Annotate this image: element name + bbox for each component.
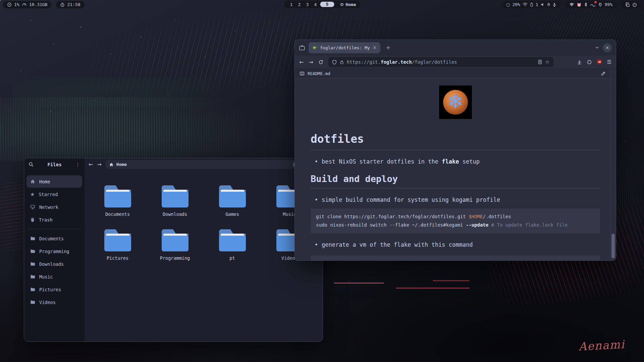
workspace-list: 1 2 3 4 5 <box>288 2 334 7</box>
sidebar-item-starred[interactable]: ★ Starred <box>26 188 82 200</box>
back-button[interactable]: ← <box>299 59 304 65</box>
sidebar-item-documents[interactable]: Documents <box>26 232 82 245</box>
search-icon[interactable] <box>29 162 34 167</box>
grid-item-label: Programming <box>160 255 190 261</box>
files-header: Files ⋮ ← → Home ⋮ <box>24 158 323 171</box>
grid-item-games[interactable]: Games <box>204 185 261 217</box>
menu-icon[interactable]: ☰ <box>607 59 611 65</box>
workspace-1[interactable]: 1 <box>288 2 295 7</box>
readme-view: README.md ❄ dotfiles • best N <box>295 69 610 260</box>
sidebar-item-trash[interactable]: Trash <box>26 214 82 226</box>
url-host: foglar.tech <box>381 59 412 65</box>
readme-title: dotfiles <box>311 132 600 150</box>
folder-icon <box>104 229 131 251</box>
grid-item-programming[interactable]: Programming <box>146 229 204 261</box>
sidebar-item-programming[interactable]: Programming <box>26 245 82 257</box>
power-button-icon[interactable] <box>632 2 637 7</box>
grid-item-pt[interactable]: pt <box>204 229 261 261</box>
sidebar-item-home[interactable]: Home <box>26 175 82 188</box>
sidebar-item-pictures[interactable]: Pictures <box>26 283 82 296</box>
grid-item-downloads[interactable]: Downloads <box>146 185 204 217</box>
firefox-view-icon[interactable] <box>299 45 305 51</box>
url-scheme: https://git. <box>347 59 381 65</box>
path-bar[interactable]: Home ⋮ <box>106 160 300 169</box>
reload-icon[interactable] <box>318 60 323 65</box>
memory-gauge-icon <box>22 2 27 7</box>
battery-icon <box>530 2 533 7</box>
scrollbar-thumb[interactable] <box>611 234 615 258</box>
forward-button[interactable]: → <box>97 161 101 168</box>
sidebar-item-label: Programming <box>39 249 69 254</box>
kbd-battery-value: 1 <box>536 2 538 7</box>
sidebar-item-videos[interactable]: Videos <box>26 296 82 308</box>
sidebar-item-music[interactable]: Music <box>26 270 82 283</box>
downloads-icon[interactable] <box>577 60 582 65</box>
url-bar[interactable]: https://git.foglar.tech/foglar/dotfiles … <box>328 57 553 67</box>
bookmark-star-icon[interactable]: ☆ <box>545 59 549 65</box>
grid-item-pictures[interactable]: Pictures <box>89 229 146 261</box>
clipboard-copy-icon[interactable] <box>625 2 630 7</box>
tab-close-icon[interactable]: × <box>373 45 377 51</box>
volume-value: 0 <box>547 2 550 7</box>
files-grid: Documents Downloads Games Music Pictures <box>85 171 323 342</box>
wifi-icon <box>523 2 528 7</box>
readme-bullet: • simple build command for system using … <box>315 196 600 203</box>
top-bar-center: 1 2 3 4 5 ⚙ Home <box>284 1 360 8</box>
sidebar-item-label: Pictures <box>39 287 61 292</box>
ublock-origin-icon[interactable]: uB <box>597 59 602 65</box>
sidebar-item-label: Documents <box>39 236 64 241</box>
sidebar-item-downloads[interactable]: Downloads <box>26 258 82 270</box>
bluetooth-icon <box>584 2 588 7</box>
readme-header: README.md <box>295 69 610 78</box>
sidebar-item-label: Starred <box>39 192 58 197</box>
tab-list-chevron-icon[interactable] <box>595 45 599 50</box>
sidebar-item-label: Network <box>39 204 58 210</box>
forward-button[interactable]: → <box>309 59 313 65</box>
tracking-shield-icon <box>332 60 337 65</box>
sidebar-separator <box>28 229 81 229</box>
workspace-2[interactable]: 2 <box>296 2 303 7</box>
grid-item-documents[interactable]: Documents <box>89 185 146 217</box>
url-path: /foglar/dotfiles <box>412 59 457 65</box>
cpu-usage: 1% <box>14 2 19 7</box>
code-block-build[interactable]: git clone https://git.foglar.tech/foglar… <box>311 208 600 233</box>
files-body: Home ★ Starred Network <box>24 171 323 342</box>
gitea-favicon <box>312 45 317 50</box>
folder-icon <box>30 275 35 279</box>
clock-widget[interactable]: 21:58 <box>56 1 84 8</box>
scrollbar[interactable] <box>610 69 616 260</box>
window-close-button[interactable]: × <box>603 43 612 52</box>
system-stats-widget[interactable]: 1% 10.31GB <box>3 1 51 8</box>
workspace-5-active[interactable]: 5 <box>320 2 334 7</box>
folder-icon <box>30 236 35 241</box>
readme-filename: README.md <box>308 71 330 76</box>
home-icon <box>109 162 114 167</box>
wallpaper-layer <box>13 77 221 107</box>
folder-icon <box>219 185 246 207</box>
sidebar-item-network[interactable]: Network <box>26 201 82 213</box>
files-toolbar: ← → Home ⋮ ⋮ <box>85 158 323 171</box>
top-bar: 1% 10.31GB 21:58 1 2 3 <box>0 0 644 9</box>
code-block-vm[interactable]: nix run github:nix-community/nixos-gener… <box>311 255 600 260</box>
sidebar-menu-icon[interactable]: ⋮ <box>75 162 80 167</box>
workspace-switcher: 1 2 3 4 5 ⚙ Home <box>284 1 360 8</box>
system-tray[interactable]: 99% <box>565 1 616 8</box>
workspace-3[interactable]: 3 <box>304 2 311 7</box>
network-icon <box>30 204 35 209</box>
mode-indicator[interactable]: ⚙ Home <box>340 2 356 7</box>
readme-bullet: • best NixOS starter dotfiles in the fla… <box>315 158 600 165</box>
edit-pencil-icon[interactable] <box>601 71 605 76</box>
cat-app-icon <box>577 2 582 7</box>
brightness-icon: ○ <box>506 2 510 7</box>
gear-icon: ⚙ <box>340 2 344 7</box>
bullet-dot: • <box>315 196 318 203</box>
reader-mode-icon[interactable] <box>538 60 542 64</box>
extension-icon[interactable] <box>587 60 592 65</box>
back-button[interactable]: ← <box>89 161 93 168</box>
sidebar-item-label: Music <box>39 274 53 280</box>
workspace-4[interactable]: 4 <box>312 2 319 7</box>
clock-time: 21:58 <box>67 2 80 7</box>
new-tab-button[interactable]: + <box>386 44 390 51</box>
quick-settings-widget[interactable]: ○ 20% 1 0 <box>502 1 560 8</box>
browser-tab-active[interactable]: foglar/dotfiles: My × <box>309 42 380 53</box>
